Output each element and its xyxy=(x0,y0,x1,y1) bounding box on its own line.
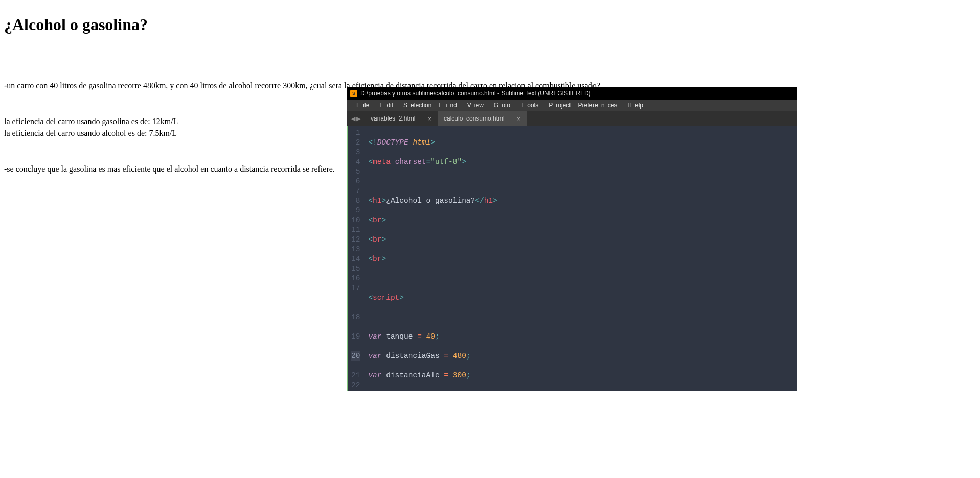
minimize-button[interactable]: — xyxy=(787,89,794,98)
window-titlebar[interactable]: S D:\pruebas y otros sublime\calculo_con… xyxy=(347,87,797,100)
tab-variables2[interactable]: variables_2.html × xyxy=(364,111,438,126)
tab-nav-left-icon[interactable]: ◀ xyxy=(351,115,355,122)
close-icon[interactable]: × xyxy=(427,115,431,123)
menu-selection[interactable]: Selection xyxy=(397,101,435,110)
menu-file[interactable]: File xyxy=(350,101,372,110)
menu-preferences[interactable]: Preferences xyxy=(575,101,621,110)
menu-tools[interactable]: Tools xyxy=(514,101,541,110)
menu-edit[interactable]: Edit xyxy=(373,101,396,110)
menu-goto[interactable]: Goto xyxy=(488,101,513,110)
close-icon[interactable]: × xyxy=(517,115,521,123)
sublime-app-icon: S xyxy=(350,90,357,97)
tab-nav-right-icon[interactable]: ▶ xyxy=(356,115,360,122)
menu-project[interactable]: Project xyxy=(542,101,574,110)
tab-label: calculo_consumo.html xyxy=(444,115,505,122)
tab-calculo-consumo[interactable]: calculo_consumo.html × xyxy=(438,111,527,126)
line-number-gutter: 1 2 3 4 5 6 7 8 9 10 11 12 13 14 15 16 1… xyxy=(347,126,365,391)
menubar: File Edit Selection Find View Goto Tools… xyxy=(347,100,797,111)
window-title: D:\pruebas y otros sublime\calculo_consu… xyxy=(360,90,591,97)
tab-label: variables_2.html xyxy=(371,115,415,122)
menu-find[interactable]: Find xyxy=(436,101,460,110)
page-heading: ¿Alcohol o gasolina? xyxy=(4,15,976,34)
menu-view[interactable]: View xyxy=(461,101,487,110)
menu-help[interactable]: Help xyxy=(621,101,646,110)
sublime-text-window: S D:\pruebas y otros sublime\calculo_con… xyxy=(347,87,797,391)
tabbar: ◀ ▶ variables_2.html × calculo_consumo.h… xyxy=(347,111,797,126)
minimap[interactable] xyxy=(787,126,797,391)
code-content[interactable]: <!DOCTYPE html> <meta charset="utf-8"> <… xyxy=(365,126,787,391)
editor-area[interactable]: 1 2 3 4 5 6 7 8 9 10 11 12 13 14 15 16 1… xyxy=(347,126,797,391)
